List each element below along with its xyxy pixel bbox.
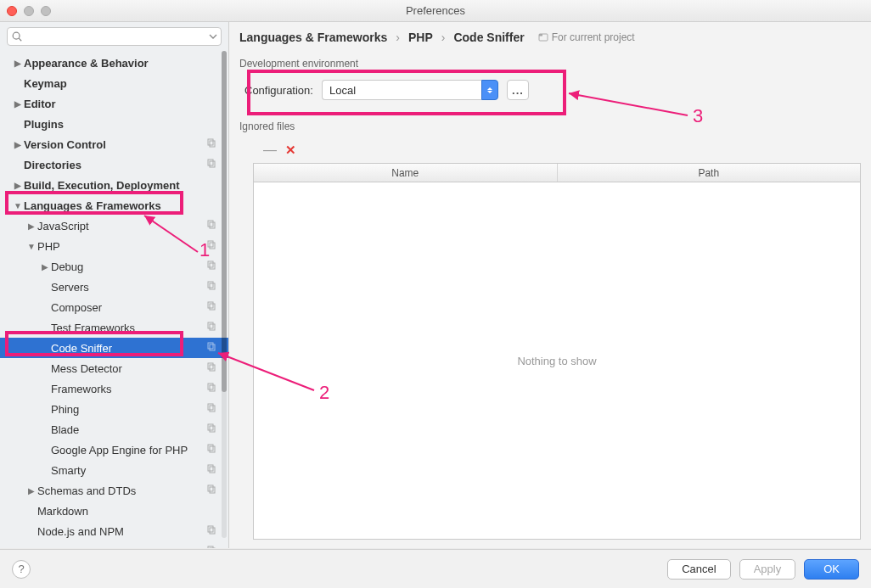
sidebar-item-frameworks[interactable]: ▶Frameworks: [0, 378, 228, 399]
project-scope: For current project: [538, 31, 635, 43]
copy-icon: [206, 525, 216, 535]
search-input-wrap[interactable]: [7, 27, 222, 46]
copy-icon: [206, 444, 216, 454]
chevron-right-icon[interactable]: ▶: [14, 59, 22, 68]
svg-rect-5: [210, 161, 215, 167]
sidebar-item-label: Editor: [24, 98, 213, 110]
chevron-right-icon[interactable]: ▶: [14, 99, 22, 109]
copy-icon: [206, 159, 216, 169]
sidebar-item-label: Frameworks: [51, 383, 213, 395]
breadcrumb-item[interactable]: PHP: [408, 31, 433, 44]
svg-rect-11: [210, 263, 215, 269]
sidebar-item-appearance-behavior[interactable]: ▶Appearance & Behavior: [0, 53, 228, 73]
sidebar-item-label: Plugins: [24, 118, 213, 131]
column-header-path[interactable]: Path: [558, 164, 861, 182]
cancel-button[interactable]: Cancel: [667, 559, 730, 580]
copy-icon: [206, 342, 216, 352]
svg-rect-21: [210, 365, 215, 371]
ignored-toolbar: — ✕: [239, 137, 861, 163]
remove-entry-icon[interactable]: —: [263, 143, 277, 158]
sidebar-item-node-js-and-npm[interactable]: ▶Node.js and NPM: [0, 521, 228, 541]
sidebar-item-mess-detector[interactable]: ▶Mess Detector: [0, 358, 228, 378]
sidebar-item-php[interactable]: ▼PHP: [0, 236, 228, 256]
sidebar-item-blade[interactable]: ▶Blade: [0, 419, 228, 440]
project-scope-label: For current project: [552, 31, 635, 43]
sidebar-item-servers[interactable]: ▶Servers: [0, 277, 228, 297]
sidebar: ▶Appearance & Behavior▶Keymap▶Editor▶Plu…: [0, 22, 229, 548]
apply-button[interactable]: Apply: [739, 559, 796, 580]
sidebar-item-code-sniffer[interactable]: ▶Code Sniffer: [0, 338, 228, 358]
sidebar-item-editor[interactable]: ▶Editor: [0, 93, 228, 114]
sidebar-item-phing[interactable]: ▶Phing: [0, 399, 228, 419]
breadcrumb-item[interactable]: Languages & Frameworks: [239, 31, 387, 44]
sidebar-item-directories[interactable]: ▶Directories: [0, 154, 228, 175]
sidebar-scrollbar[interactable]: [222, 51, 227, 538]
sidebar-item-build-execution-deployment[interactable]: ▶Build, Execution, Deployment: [0, 175, 228, 195]
copy-icon: [206, 546, 216, 548]
ok-button[interactable]: OK: [804, 559, 859, 580]
sidebar-item-label: SQL Dialects: [37, 546, 213, 549]
chevron-right-icon[interactable]: ▶: [14, 140, 22, 149]
settings-tree: ▶Appearance & Behavior▶Keymap▶Editor▶Plu…: [0, 51, 228, 548]
browse-button[interactable]: ...: [507, 80, 529, 100]
chevron-down-icon[interactable]: ▼: [14, 201, 22, 210]
sidebar-item-label: Composer: [51, 301, 213, 314]
sidebar-item-version-control[interactable]: ▶Version Control: [0, 134, 228, 154]
svg-rect-13: [210, 283, 215, 289]
chevron-right-icon[interactable]: ▶: [27, 221, 36, 231]
svg-rect-31: [210, 467, 215, 473]
chevron-right-icon[interactable]: ▶: [27, 486, 36, 496]
chevron-down-icon[interactable]: ▼: [27, 242, 36, 251]
help-button[interactable]: ?: [12, 560, 31, 579]
chevron-right-icon[interactable]: ▶: [41, 262, 49, 272]
chevron-down-icon[interactable]: [209, 32, 217, 41]
sidebar-item-plugins[interactable]: ▶Plugins: [0, 114, 228, 134]
search-icon: [11, 31, 23, 42]
breadcrumb: Languages & Frameworks › PHP › Code Snif…: [229, 22, 871, 58]
svg-rect-4: [208, 160, 213, 165]
sidebar-item-test-frameworks[interactable]: ▶Test Frameworks: [0, 317, 228, 338]
sidebar-item-javascript[interactable]: ▶JavaScript: [0, 216, 228, 236]
copy-icon: [206, 138, 216, 148]
svg-rect-28: [208, 445, 213, 451]
sidebar-item-smarty[interactable]: ▶Smarty: [0, 460, 228, 480]
sidebar-item-label: Languages & Frameworks: [24, 199, 213, 212]
chevron-right-icon: ›: [441, 31, 446, 44]
svg-rect-7: [210, 222, 215, 228]
column-header-name[interactable]: Name: [254, 164, 558, 182]
svg-rect-3: [210, 141, 215, 147]
sidebar-item-languages-frameworks[interactable]: ▼Languages & Frameworks: [0, 195, 228, 216]
table-empty-message: Nothing to show: [254, 182, 860, 539]
chevron-right-icon[interactable]: ▶: [14, 181, 22, 190]
sidebar-item-schemas-and-dtds[interactable]: ▶Schemas and DTDs: [0, 480, 228, 501]
sidebar-item-google-app-engine-for-php[interactable]: ▶Google App Engine for PHP: [0, 440, 228, 460]
svg-rect-35: [210, 528, 215, 534]
svg-rect-16: [208, 322, 213, 328]
sidebar-item-label: Google App Engine for PHP: [51, 444, 213, 456]
sidebar-item-label: Build, Execution, Deployment: [24, 179, 213, 192]
sidebar-item-sql-dialects[interactable]: ▶SQL Dialects: [0, 541, 228, 548]
sidebar-item-markdown[interactable]: ▶Markdown: [0, 501, 228, 521]
copy-icon: [206, 301, 216, 311]
select-stepper-icon[interactable]: [481, 80, 498, 100]
sidebar-item-label: Node.js and NPM: [37, 525, 213, 538]
search-input[interactable]: [23, 31, 209, 42]
svg-rect-33: [210, 487, 215, 493]
sidebar-item-label: Servers: [51, 281, 213, 294]
sidebar-item-keymap[interactable]: ▶Keymap: [0, 73, 228, 93]
configuration-value[interactable]: Local: [322, 80, 481, 100]
copy-icon: [206, 281, 216, 291]
delete-entry-icon[interactable]: ✕: [285, 143, 296, 158]
svg-rect-23: [210, 385, 215, 391]
sidebar-item-label: Version Control: [24, 138, 213, 151]
configuration-select[interactable]: Local: [322, 80, 498, 100]
sidebar-item-label: Markdown: [37, 505, 213, 518]
copy-icon: [206, 423, 216, 434]
sidebar-item-label: PHP: [37, 240, 213, 253]
sidebar-item-composer[interactable]: ▶Composer: [0, 297, 228, 317]
ignored-files-title: Ignored files: [229, 110, 871, 137]
svg-line-1: [19, 38, 21, 41]
breadcrumb-item: Code Sniffer: [453, 31, 524, 44]
sidebar-item-debug[interactable]: ▶Debug: [0, 256, 228, 277]
svg-rect-14: [208, 302, 213, 308]
